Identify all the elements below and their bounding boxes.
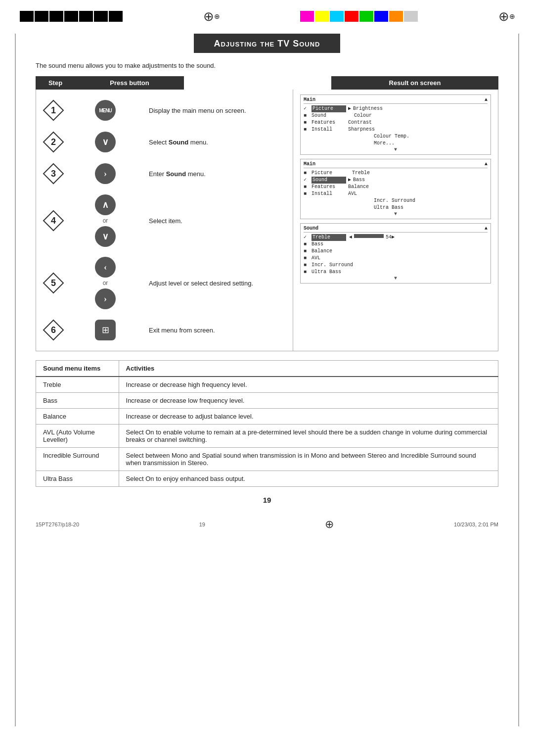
sound-activity-avl: Select On to enable volume to remain at …: [119, 425, 498, 448]
screen-result-3: Sound ▲ ✓ Treble ◄ 54► ■ Bass ■ Balance: [300, 223, 491, 284]
step-4-row: 4 ∧ or ∨ Select item.: [36, 189, 293, 252]
step-6-button: ⊞: [66, 320, 145, 340]
step-3-desc: Enter Sound menu.: [145, 170, 288, 178]
osd-button-icon[interactable]: ⊞: [95, 320, 116, 340]
right-color-bars: [300, 11, 419, 22]
step-2-number: 2: [41, 131, 66, 153]
press-button-header: Press button: [75, 76, 184, 90]
step-header: Step: [36, 76, 75, 90]
or-label-4: or: [103, 217, 108, 224]
steps-right: Main ▲ ✓ Picture ▶ Brightness ■ Sound Co…: [293, 90, 498, 351]
steps-area: 1 MENU Display the main menu on screen. …: [36, 90, 498, 351]
footer: 15PT2767/p18-20 19 ⊕ 10/23/03, 2:01 PM: [36, 513, 498, 531]
left-color-bars: [20, 11, 124, 22]
sound-activity-bass: Increase or decrease low frequency level…: [119, 393, 498, 409]
step-5-button: ‹ or ›: [66, 257, 145, 309]
screen-result-2: Main ▲ ■ Picture Treble ✓ Sound ▶ Bass ■…: [300, 159, 491, 219]
step-2-desc: Select Sound menu.: [145, 139, 288, 146]
sound-item-avl: AVL (Auto Volume Leveller): [36, 425, 119, 448]
activities-col-header: Activities: [119, 361, 498, 377]
step-1-button: MENU: [66, 100, 145, 121]
sound-activity-surround: Select between Mono and Spatial sound wh…: [119, 448, 498, 471]
step-5-number: 5: [41, 272, 66, 294]
step-6-number: 6: [41, 319, 66, 341]
step-3-row: 3 › Enter Sound menu.: [36, 158, 293, 189]
footer-left: 15PT2767/p18-20: [36, 521, 79, 527]
step-5-desc: Adjust level or select desired setting.: [145, 280, 288, 287]
table-row: Treble Increase or decrease high frequen…: [36, 377, 498, 393]
sound-menu-table: Sound menu items Activities Treble Incre…: [36, 360, 498, 487]
step-3-number: 3: [41, 163, 66, 185]
title-section: Adjusting the TV Sound: [36, 34, 498, 53]
page-border: Adjusting the TV Sound The sound menu al…: [15, 34, 519, 726]
sound-item-surround: Incredible Surround: [36, 448, 119, 471]
steps-header: Step Press button Result on screen: [36, 76, 498, 90]
footer-center: 19: [199, 521, 205, 527]
step-4-number: 4: [41, 210, 66, 232]
sound-item-ultrabass: Ultra Bass: [36, 471, 119, 487]
crosshair-top-right: ⊕: [499, 9, 514, 24]
table-row: Balance Increase or decrease to adjust b…: [36, 409, 498, 425]
step-1-number: 1: [41, 99, 66, 121]
sound-item-bass: Bass: [36, 393, 119, 409]
screen-result-1: Main ▲ ✓ Picture ▶ Brightness ■ Sound Co…: [300, 94, 491, 155]
crosshair-footer: ⊕: [325, 518, 334, 531]
top-bars: ⊕ ⊕: [0, 0, 534, 29]
sound-activity-treble: Increase or decrease high frequency leve…: [119, 377, 498, 393]
table-row: Bass Increase or decrease low frequency …: [36, 393, 498, 409]
step-3-button: ›: [66, 163, 145, 184]
right-arrow-button[interactable]: ›: [95, 163, 116, 184]
right-arrow-button-5[interactable]: ›: [95, 288, 116, 309]
step-4-desc: Select item.: [145, 217, 288, 225]
menu-button-icon[interactable]: MENU: [95, 100, 116, 121]
sound-item-treble: Treble: [36, 377, 119, 393]
table-row: AVL (Auto Volume Leveller) Select On to …: [36, 425, 498, 448]
intro-text: The sound menu allows you to make adjust…: [36, 62, 498, 69]
step-2-row: 2 ∨ Select Sound menu.: [36, 126, 293, 158]
crosshair-top-left: ⊕: [204, 9, 219, 24]
down-arrow-button-4[interactable]: ∨: [95, 226, 116, 247]
step-1-desc: Display the main menu on screen.: [145, 107, 288, 114]
page-number: 19: [36, 496, 498, 504]
step-6-row: 6 ⊞ Exit menu from screen.: [36, 314, 293, 346]
step-4-button: ∧ or ∨: [66, 194, 145, 247]
table-row: Incredible Surround Select between Mono …: [36, 448, 498, 471]
result-on-screen-header: Result on screen: [331, 76, 498, 90]
step-1-row: 1 MENU Display the main menu on screen.: [36, 94, 293, 126]
step-5-row: 5 ‹ or › Adjust level or select desired …: [36, 252, 293, 314]
or-label-5: or: [103, 280, 108, 286]
down-arrow-button[interactable]: ∨: [95, 132, 116, 152]
footer-right: 10/23/03, 2:01 PM: [454, 521, 498, 527]
sound-activity-ultrabass: Select On to enjoy enhanced bass output.: [119, 471, 498, 487]
sound-item-balance: Balance: [36, 409, 119, 425]
step-2-button: ∨: [66, 132, 145, 152]
steps-left: 1 MENU Display the main menu on screen. …: [36, 90, 293, 351]
left-arrow-button[interactable]: ‹: [95, 257, 116, 278]
sound-activity-balance: Increase or decrease to adjust balance l…: [119, 409, 498, 425]
page-title: Adjusting the TV Sound: [194, 34, 340, 53]
step-6-desc: Exit menu from screen.: [145, 327, 288, 334]
table-row: Ultra Bass Select On to enjoy enhanced b…: [36, 471, 498, 487]
sound-col-header: Sound menu items: [36, 361, 119, 377]
up-arrow-button[interactable]: ∧: [95, 194, 116, 215]
